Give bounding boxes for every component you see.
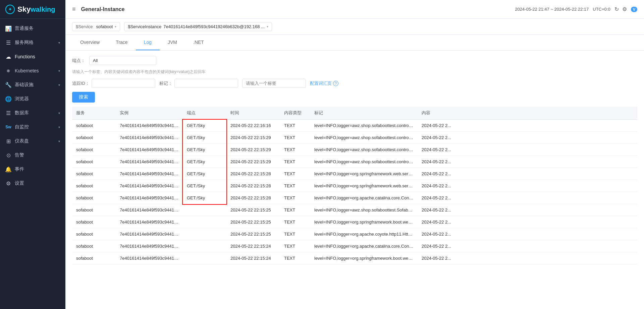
chevron-down-icon: ▾ <box>58 69 60 73</box>
cell-service: sofaboot <box>72 156 116 168</box>
sidebar-item-settings[interactable]: ⚙ 设置 <box>0 176 65 190</box>
refresh-icon[interactable]: ↻ <box>614 6 619 12</box>
menu-icon[interactable]: ≡ <box>72 6 76 13</box>
cell-tags: level=INFO,logger=org.springframework.bo… <box>310 252 418 264</box>
col-header-instance: 实例 <box>116 107 183 120</box>
sidebar-item-self-monitor[interactable]: Sw 自监控 ▾ <box>0 120 65 134</box>
sidebar-item-label: 告警 <box>15 152 60 158</box>
mark-group: 标记： <box>159 79 238 88</box>
search-button[interactable]: 搜索 <box>72 92 95 103</box>
cell-endpoint: GET:/Sky <box>183 120 226 132</box>
gear-icon: ⚙ <box>5 180 11 186</box>
sidebar-item-functions[interactable]: ☁ Functions <box>0 50 65 64</box>
cell-content_type: TEXT <box>280 228 310 240</box>
cell-content_type: TEXT <box>280 252 310 264</box>
table-row[interactable]: sofaboot7e40161414e849f593c944192456...2… <box>72 216 637 228</box>
cell-service: sofaboot <box>72 228 116 240</box>
cell-service: sofaboot <box>72 168 116 180</box>
table-row[interactable]: sofaboot7e40161414e849f593c944192456...2… <box>72 228 637 240</box>
endpoint-select[interactable]: All <box>89 56 156 65</box>
table-row[interactable]: sofaboot7e40161414e849f593c94419246-6...… <box>72 120 637 132</box>
sidebar-item-alert[interactable]: ⊙ 告警 <box>0 148 65 162</box>
table-row[interactable]: sofaboot7e40161414e849f593c94419246-6...… <box>72 180 637 192</box>
cell-content: 2024-05-22 2... <box>418 132 637 144</box>
sidebar-item-label: 设置 <box>15 180 60 186</box>
sidebar-item-label: 基础设施 <box>15 82 55 88</box>
cell-endpoint: GET:/Sky <box>183 156 226 168</box>
sidebar-item-label: 仪表盘 <box>15 138 55 144</box>
cell-content: 2024-05-22 2... <box>418 216 637 228</box>
cell-content_type: TEXT <box>280 240 310 252</box>
cell-time: 2024-05-22 22:15:28 <box>226 180 280 192</box>
tab-overview[interactable]: Overview <box>72 35 108 50</box>
settings-icon[interactable]: ⚙ <box>622 6 627 12</box>
tab-jvm[interactable]: JVM <box>160 35 185 50</box>
cell-tags: level=INFO,logger=org.springframework.bo… <box>310 216 418 228</box>
search-inputs: 追踪ID： 标记： 配置词汇页 ? <box>72 79 637 88</box>
cell-instance: 7e40161414e849f593c944192456... <box>116 228 183 240</box>
sidebar-item-dashboard[interactable]: ⊞ 仪表盘 ▾ <box>0 134 65 148</box>
trace-id-input[interactable] <box>92 79 155 88</box>
timezone: UTC+0:0 <box>593 7 610 12</box>
cell-instance: 7e40161414e849f593c94419246-6... <box>116 192 183 204</box>
service-filter[interactable]: $Service sofaboot ▾ <box>72 22 120 31</box>
cell-instance: 7e40161414e849f593c944192456... <box>116 216 183 228</box>
table-row[interactable]: sofaboot7e40161414e849f593c94419246-6...… <box>72 192 637 204</box>
table-row[interactable]: sofaboot7e40161414e849f593c94419246-6...… <box>72 168 637 180</box>
table-row[interactable]: sofaboot7e40161414e849f593c94419246-6...… <box>72 132 637 144</box>
chevron-down-icon: ▾ <box>267 25 268 28</box>
endpoint-label: 端点： <box>72 58 85 64</box>
sidebar-item-browser[interactable]: 🌐 浏览器 <box>0 92 65 106</box>
col-header-content-type: 内容类型 <box>280 107 310 120</box>
config-link[interactable]: 配置词汇页 ? <box>310 80 338 86</box>
tag-input[interactable] <box>242 79 306 88</box>
header-left: ≡ General-Instance <box>72 6 124 13</box>
chevron-down-icon: ▾ <box>58 83 60 87</box>
instance-filter-label: $ServiceInstance <box>128 24 161 29</box>
chevron-down-icon: ▾ <box>58 139 60 143</box>
cell-content: 2024-05-22 2... <box>418 144 637 156</box>
table-row[interactable]: sofaboot7e40161414e849f593c94419246-6...… <box>72 144 637 156</box>
sidebar-item-label: 数据库 <box>15 110 55 116</box>
sidebar-item-database[interactable]: ☰ 数据库 ▾ <box>0 106 65 120</box>
filter-bar: $Service sofaboot ▾ $ServiceInstance 7e4… <box>65 19 644 35</box>
instance-filter[interactable]: $ServiceInstance 7e40161414e849f593c9441… <box>124 22 272 31</box>
cell-content_type: TEXT <box>280 168 310 180</box>
keyword-hint: 请输入一个标签、内容关键词或者内容不包含的关键词(key=value)之后回车 <box>72 68 637 76</box>
sidebar-item-general-service[interactable]: 📊 普通服务 <box>0 21 65 36</box>
table-row[interactable]: sofaboot7e40161414e849f593c944192456...2… <box>72 252 637 264</box>
v-badge[interactable]: V <box>631 7 637 12</box>
tab-log[interactable]: Log <box>136 35 160 50</box>
instance-filter-value: 7e40161414e849f593c94419246b632b@192.168… <box>163 24 265 29</box>
tab-net[interactable]: .NET <box>185 35 212 50</box>
table-row[interactable]: sofaboot7e40161414e849f593c944192456...2… <box>72 204 637 216</box>
cell-content_type: TEXT <box>280 156 310 168</box>
cell-instance: 7e40161414e849f593c94419246-6... <box>116 180 183 192</box>
logo[interactable]: ✦ Skywalking <box>0 0 65 19</box>
cell-endpoint <box>183 216 226 228</box>
chevron-down-icon: ▾ <box>115 25 116 28</box>
cell-content: 2024-05-22 2... <box>418 168 637 180</box>
table-row[interactable]: sofaboot7e40161414e849f593c94419246-6...… <box>72 156 637 168</box>
sw-icon: Sw <box>5 124 11 130</box>
col-header-content: 内容 <box>418 107 637 120</box>
cell-content: 2024-05-22 2... <box>418 120 637 132</box>
sidebar-item-service-mesh[interactable]: ☰ 服务网格 ▾ <box>0 36 65 50</box>
cell-endpoint <box>183 228 226 240</box>
table-row[interactable]: sofaboot7e40161414e849f593c944192456...2… <box>72 240 637 252</box>
mark-input[interactable] <box>174 79 238 88</box>
sidebar-item-event[interactable]: 🔔 事件 <box>0 162 65 176</box>
cell-tags: level=INFO,logger=awz.shop.sofaboottest.… <box>310 132 418 144</box>
cell-content_type: TEXT <box>280 144 310 156</box>
database-icon: ☰ <box>5 110 11 116</box>
cloud-icon: ☁ <box>5 54 11 60</box>
sidebar-item-kubernetes[interactable]: ⎈ Kubernetes ▾ <box>0 64 65 78</box>
sidebar-item-label: 事件 <box>15 166 60 172</box>
sidebar-item-label: 自监控 <box>15 124 55 130</box>
sidebar-nav: 📊 普通服务 ☰ 服务网格 ▾ ☁ Functions ⎈ Kubernetes… <box>0 19 65 309</box>
cell-time: 2024-05-22 22:15:29 <box>226 144 280 156</box>
tab-trace[interactable]: Trace <box>108 35 136 50</box>
mark-label: 标记： <box>159 80 172 86</box>
cell-time: 2024-05-22 22:15:28 <box>226 168 280 180</box>
sidebar-item-infrastructure[interactable]: 🔧 基础设施 ▾ <box>0 78 65 92</box>
